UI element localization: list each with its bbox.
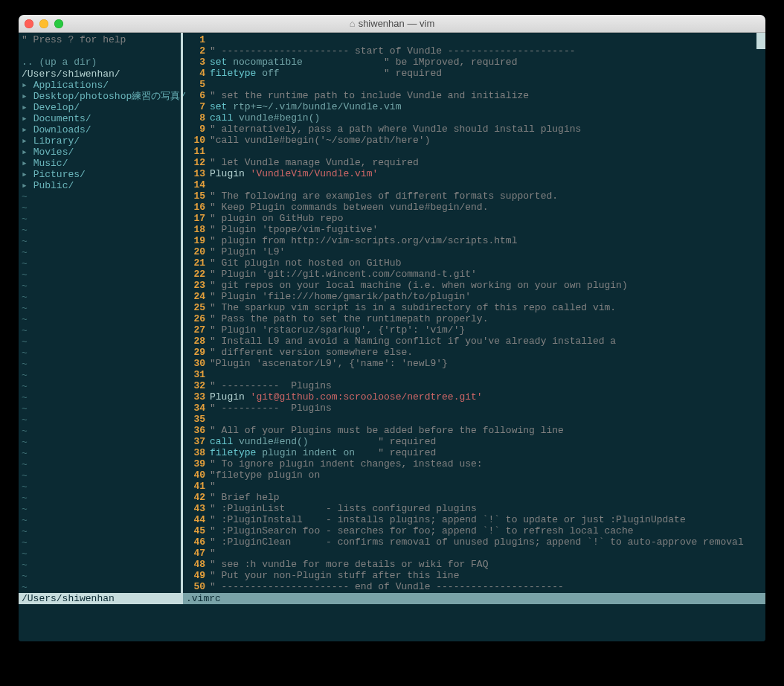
line-number: 44 bbox=[183, 514, 207, 525]
code-content: " different version somewhere else. bbox=[207, 347, 413, 358]
editor-line[interactable]: 22" Plugin 'git://git.wincent.com/comman… bbox=[183, 269, 765, 280]
terminal-window: ⌂shiwenhan — vim " Press ? for help .. (… bbox=[19, 15, 765, 641]
nerdtree-item[interactable]: ▸ Pictures/ bbox=[22, 169, 178, 180]
code-content: " :PluginClean - confirms removal of unu… bbox=[207, 536, 744, 548]
close-icon[interactable] bbox=[25, 19, 33, 28]
line-number: 33 bbox=[183, 391, 207, 403]
nerdtree-item[interactable]: ▸ Movies/ bbox=[22, 147, 178, 158]
line-number: 15 bbox=[183, 190, 207, 202]
editor-line[interactable]: 32" ---------- Plugins bbox=[183, 380, 765, 391]
editor-line[interactable]: 25" The sparkup vim script is in a subdi… bbox=[183, 302, 765, 313]
empty-line-tilde: ~ bbox=[22, 202, 178, 214]
scrollbar[interactable] bbox=[756, 33, 765, 49]
editor-line[interactable]: 42" Brief help bbox=[183, 492, 765, 503]
editor-line[interactable]: 44" :PluginInstall - installs plugins; a… bbox=[183, 514, 765, 525]
editor-line[interactable]: 2" ---------------------- start of Vundl… bbox=[183, 45, 765, 57]
editor-line[interactable]: 16" Keep Plugin commands between vundle#… bbox=[183, 202, 765, 213]
editor-line[interactable]: 14 bbox=[183, 179, 765, 190]
editor-line[interactable]: 18" Plugin 'tpope/vim-fugitive' bbox=[183, 224, 765, 235]
editor-line[interactable]: 33Plugin 'git@github.com:scrooloose/nerd… bbox=[183, 391, 765, 403]
nerdtree-item[interactable]: ▸ Desktop/photoshop練習の写真/ bbox=[22, 91, 178, 102]
command-area[interactable] bbox=[19, 604, 765, 641]
editor-line[interactable]: 17" plugin on GitHub repo bbox=[183, 213, 765, 224]
empty-line-tilde: ~ bbox=[22, 526, 178, 537]
line-number: 20 bbox=[183, 246, 207, 257]
editor-line[interactable]: 40"filetype plugin on bbox=[183, 469, 765, 481]
nerdtree-pane[interactable]: " Press ? for help .. (up a dir) /Users/… bbox=[19, 33, 181, 593]
empty-line-tilde: ~ bbox=[22, 426, 178, 437]
titlebar[interactable]: ⌂shiwenhan — vim bbox=[19, 15, 765, 33]
code-content: " The following are examples of differen… bbox=[207, 190, 558, 202]
editor-line[interactable]: 34" ---------- Plugins bbox=[183, 403, 765, 414]
editor-line[interactable]: 38filetype plugin indent on " required bbox=[183, 447, 765, 458]
editor-line[interactable]: 29" different version somewhere else. bbox=[183, 347, 765, 358]
empty-line-tilde: ~ bbox=[22, 560, 178, 571]
editor-pane[interactable]: 12" ---------------------- start of Vund… bbox=[183, 33, 765, 593]
editor-line[interactable]: 5 bbox=[183, 79, 765, 90]
minimize-icon[interactable] bbox=[39, 19, 48, 28]
editor-line[interactable]: 41" bbox=[183, 481, 765, 492]
line-number: 40 bbox=[183, 469, 207, 481]
editor-line[interactable]: 50" ---------------------- end of Vundle… bbox=[183, 581, 765, 592]
editor-line[interactable]: 12" let Vundle manage Vundle, required bbox=[183, 157, 765, 168]
code-content: filetype plugin indent on " required bbox=[207, 447, 436, 458]
editor-line[interactable]: 23" git repos on your local machine (i.e… bbox=[183, 280, 765, 291]
editor-line[interactable]: 47" bbox=[183, 548, 765, 559]
nerdtree-root-path[interactable]: /Users/shiwenhan/ bbox=[22, 68, 178, 80]
zoom-icon[interactable] bbox=[54, 19, 63, 28]
terminal-body[interactable]: " Press ? for help .. (up a dir) /Users/… bbox=[19, 33, 765, 593]
line-number: 5 bbox=[183, 79, 207, 90]
editor-line[interactable]: 30"Plugin 'ascenator/L9', {'name': 'newL… bbox=[183, 358, 765, 369]
editor-line[interactable]: 11 bbox=[183, 146, 765, 157]
line-number: 34 bbox=[183, 403, 207, 414]
nerdtree-item[interactable]: ▸ Library/ bbox=[22, 135, 178, 147]
line-number: 11 bbox=[183, 146, 207, 157]
editor-line[interactable]: 21" Git plugin not hosted on GitHub bbox=[183, 257, 765, 269]
line-number: 47 bbox=[183, 548, 207, 559]
code-content: set nocompatible " be iMproved, required bbox=[207, 57, 517, 68]
empty-line-tilde: ~ bbox=[22, 571, 178, 582]
editor-line[interactable]: 7set rtp+=~/.vim/bundle/Vundle.vim bbox=[183, 101, 765, 112]
editor-line[interactable]: 8call vundle#begin() bbox=[183, 112, 765, 124]
editor-line[interactable]: 6" set the runtime path to include Vundl… bbox=[183, 90, 765, 101]
editor-line[interactable]: 31 bbox=[183, 369, 765, 380]
editor-line[interactable]: 27" Plugin 'rstacruz/sparkup', {'rtp': '… bbox=[183, 324, 765, 336]
line-number: 16 bbox=[183, 202, 207, 213]
nerdtree-updir[interactable]: .. (up a dir) bbox=[22, 57, 178, 68]
editor-line[interactable]: 26" Pass the path to set the runtimepath… bbox=[183, 313, 765, 324]
line-number: 1 bbox=[183, 34, 207, 45]
editor-line[interactable]: 35 bbox=[183, 414, 765, 425]
empty-line-tilde: ~ bbox=[22, 437, 178, 448]
editor-line[interactable]: 3set nocompatible " be iMproved, require… bbox=[183, 57, 765, 68]
editor-line[interactable]: 4filetype off " required bbox=[183, 68, 765, 79]
editor-line[interactable]: 24" Plugin 'file:///home/gmarik/path/to/… bbox=[183, 291, 765, 302]
nerdtree-item[interactable]: ▸ Public/ bbox=[22, 180, 178, 191]
editor-line[interactable]: 43" :PluginList - lists configured plugi… bbox=[183, 503, 765, 514]
editor-line[interactable]: 15" The following are examples of differ… bbox=[183, 190, 765, 202]
editor-line[interactable]: 46" :PluginClean - confirms removal of u… bbox=[183, 536, 765, 548]
editor-line[interactable]: 1 bbox=[183, 34, 765, 45]
nerdtree-item[interactable]: ▸ Documents/ bbox=[22, 113, 178, 124]
editor-line[interactable]: 36" All of your Plugins must be added be… bbox=[183, 425, 765, 436]
editor-line[interactable]: 49" Put your non-Plugin stuff after this… bbox=[183, 570, 765, 581]
editor-line[interactable]: 13Plugin 'VundleVim/Vundle.vim' bbox=[183, 168, 765, 179]
line-number: 41 bbox=[183, 481, 207, 492]
editor-line[interactable]: 39" To ignore plugin indent changes, ins… bbox=[183, 458, 765, 469]
editor-line[interactable]: 37call vundle#end() " required bbox=[183, 436, 765, 447]
editor-line[interactable]: 10"call vundle#begin('~/some/path/here') bbox=[183, 135, 765, 146]
editor-line[interactable]: 9" alternatively, pass a path where Vund… bbox=[183, 124, 765, 135]
nerdtree-item[interactable]: ▸ Music/ bbox=[22, 158, 178, 169]
editor-line[interactable]: 48" see :h vundle for more details or wi… bbox=[183, 559, 765, 570]
line-number: 35 bbox=[183, 414, 207, 425]
code-content: " Plugin 'file:///home/gmarik/path/to/pl… bbox=[207, 291, 471, 302]
nerdtree-item[interactable]: ▸ Develop/ bbox=[22, 102, 178, 113]
code-content: " set the runtime path to include Vundle… bbox=[207, 90, 529, 101]
nerdtree-item[interactable]: ▸ Downloads/ bbox=[22, 124, 178, 135]
nerdtree-item[interactable]: ▸ Applications/ bbox=[22, 80, 178, 91]
editor-line[interactable]: 45" :PluginSearch foo - searches for foo… bbox=[183, 525, 765, 536]
empty-line-tilde: ~ bbox=[22, 336, 178, 347]
editor-line[interactable]: 19" plugin from http://vim-scripts.org/v… bbox=[183, 235, 765, 246]
editor-line[interactable]: 20" Plugin 'L9' bbox=[183, 246, 765, 257]
line-number: 50 bbox=[183, 581, 207, 592]
editor-line[interactable]: 28" Install L9 and avoid a Naming confli… bbox=[183, 336, 765, 347]
